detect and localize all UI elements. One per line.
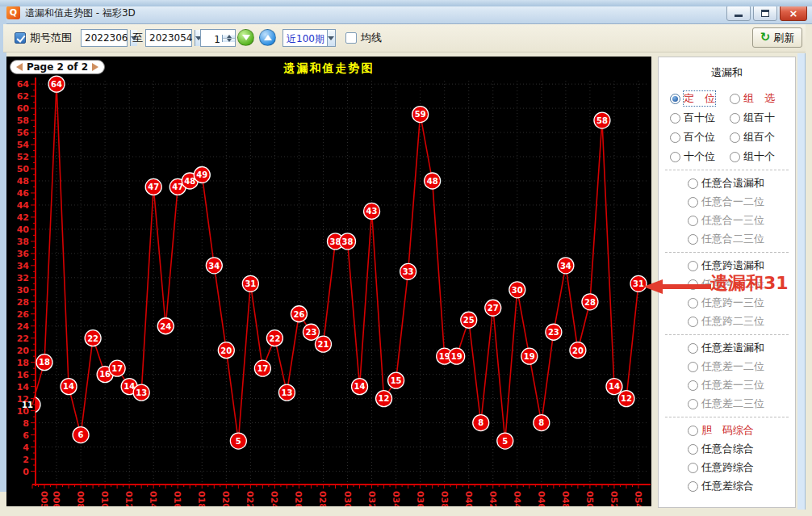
radio-option[interactable]: 定 位 xyxy=(670,91,715,106)
radio-icon[interactable] xyxy=(688,399,698,409)
minimize-button[interactable] xyxy=(726,5,751,21)
radio-option[interactable]: 任意差综合 xyxy=(688,479,754,493)
radio-selected-icon[interactable] xyxy=(670,94,680,104)
radio-option[interactable]: 十个位 xyxy=(670,149,715,164)
down-arrow-icon xyxy=(242,35,250,40)
radio-option[interactable]: 任意差一二位 xyxy=(688,359,764,374)
radio-icon[interactable] xyxy=(688,178,698,189)
svg-text:31: 31 xyxy=(633,279,644,288)
radio-icon[interactable] xyxy=(688,444,698,455)
refresh-button[interactable]: ↻ 刷新 xyxy=(752,27,802,48)
step-spinner[interactable]: 1 xyxy=(200,29,236,47)
prev-range-button[interactable] xyxy=(237,29,254,46)
restore-icon xyxy=(761,10,769,17)
radio-icon[interactable] xyxy=(688,362,698,372)
svg-text:58: 58 xyxy=(596,116,608,125)
radio-option[interactable]: 百个位 xyxy=(670,130,715,145)
radio-icon[interactable] xyxy=(688,481,698,492)
radio-icon[interactable] xyxy=(688,343,698,354)
divider xyxy=(665,417,789,417)
radio-option[interactable]: 组十个 xyxy=(730,149,775,164)
option-row: 任意差一二位 xyxy=(688,359,795,374)
svg-text:48: 48 xyxy=(17,176,29,187)
radio-icon[interactable] xyxy=(688,234,698,245)
radio-icon[interactable] xyxy=(688,426,698,436)
svg-text:48: 48 xyxy=(427,177,438,186)
svg-text:52: 52 xyxy=(17,152,29,162)
svg-text:62: 62 xyxy=(17,91,29,102)
recent-periods-dropdown-button[interactable] xyxy=(327,30,335,46)
radio-option[interactable]: 任意差二三位 xyxy=(688,396,764,411)
svg-text:18: 18 xyxy=(17,358,29,368)
radio-option[interactable]: 任意差一三位 xyxy=(688,378,764,392)
range-checkbox[interactable] xyxy=(15,29,26,47)
svg-text:54: 54 xyxy=(17,140,30,150)
radio-option[interactable]: 任意跨一三位 xyxy=(688,296,764,310)
radio-icon[interactable] xyxy=(688,380,698,391)
svg-text:13: 13 xyxy=(281,388,292,397)
from-period-combo[interactable]: 2022306 xyxy=(81,29,128,47)
radio-option[interactable]: 组 选 xyxy=(730,91,775,106)
radio-option[interactable]: 任意跨综合 xyxy=(688,460,754,475)
radio-icon[interactable] xyxy=(670,132,680,143)
svg-text:40: 40 xyxy=(17,224,30,235)
next-page-button[interactable] xyxy=(92,63,98,71)
radio-option[interactable]: 百十位 xyxy=(670,111,715,125)
radio-label: 任意差综合 xyxy=(701,479,754,493)
radio-label: 任意差一二位 xyxy=(701,359,764,374)
radio-option[interactable]: 组百十 xyxy=(730,111,775,125)
svg-text:032: 032 xyxy=(366,491,377,506)
radio-option[interactable]: 任意跨二三位 xyxy=(688,314,764,329)
prev-page-button[interactable] xyxy=(16,63,23,71)
radio-label: 胆 码综合 xyxy=(701,423,754,438)
svg-text:50: 50 xyxy=(17,164,30,174)
radio-option[interactable]: 任意合二三位 xyxy=(688,232,764,246)
svg-text:11: 11 xyxy=(22,401,33,409)
next-range-button[interactable] xyxy=(259,29,276,46)
svg-text:48: 48 xyxy=(184,177,195,186)
radio-option[interactable]: 任意合一二位 xyxy=(688,195,764,209)
svg-text:5: 5 xyxy=(236,437,241,446)
radio-icon[interactable] xyxy=(730,94,740,104)
radio-option[interactable]: 任意合一三位 xyxy=(688,213,764,228)
svg-text:4: 4 xyxy=(23,443,29,453)
close-button[interactable]: × xyxy=(780,5,807,21)
radio-icon[interactable] xyxy=(688,197,698,208)
radio-icon[interactable] xyxy=(688,216,698,226)
spinner-down-button[interactable] xyxy=(223,39,235,42)
option-row: 胆 码综合 xyxy=(688,423,795,438)
ma-checkbox[interactable] xyxy=(345,29,357,47)
position-group-row: 百个位组百个 xyxy=(670,130,795,145)
radio-icon[interactable] xyxy=(730,132,740,143)
svg-text:026: 026 xyxy=(293,491,303,506)
radio-icon[interactable] xyxy=(688,261,698,271)
svg-text:22: 22 xyxy=(17,334,29,344)
radio-option[interactable]: 胆 码综合 xyxy=(688,423,754,438)
radio-icon[interactable] xyxy=(688,463,698,473)
svg-text:27: 27 xyxy=(488,304,499,313)
recent-periods-combo[interactable]: 近100期 xyxy=(283,29,336,47)
svg-text:8: 8 xyxy=(478,418,483,427)
restore-button[interactable] xyxy=(753,5,777,21)
radio-icon[interactable] xyxy=(688,317,698,327)
radio-option[interactable]: 任意跨遗漏和 xyxy=(688,258,764,273)
radio-option[interactable]: 任意差遗漏和 xyxy=(688,341,764,355)
radio-option[interactable]: 任意跨一二位 xyxy=(688,277,764,292)
radio-icon[interactable] xyxy=(688,298,698,308)
radio-icon[interactable] xyxy=(730,113,740,124)
radio-option[interactable]: 任意合综合 xyxy=(688,442,754,456)
radio-icon[interactable] xyxy=(688,279,698,290)
svg-text:010: 010 xyxy=(99,491,110,506)
radio-icon[interactable] xyxy=(670,113,680,124)
svg-text:14: 14 xyxy=(609,382,620,391)
to-period-combo[interactable]: 2023054 xyxy=(145,29,192,47)
radio-label: 组十个 xyxy=(743,149,775,164)
radio-icon[interactable] xyxy=(670,152,680,162)
radio-option[interactable]: 组百个 xyxy=(730,130,775,145)
radio-icon[interactable] xyxy=(730,152,740,162)
svg-text:24: 24 xyxy=(160,322,171,331)
svg-text:36: 36 xyxy=(17,249,30,259)
svg-text:38: 38 xyxy=(17,237,29,247)
checkbox-checked-icon xyxy=(15,32,26,44)
radio-option[interactable]: 任意合遗漏和 xyxy=(688,176,764,191)
